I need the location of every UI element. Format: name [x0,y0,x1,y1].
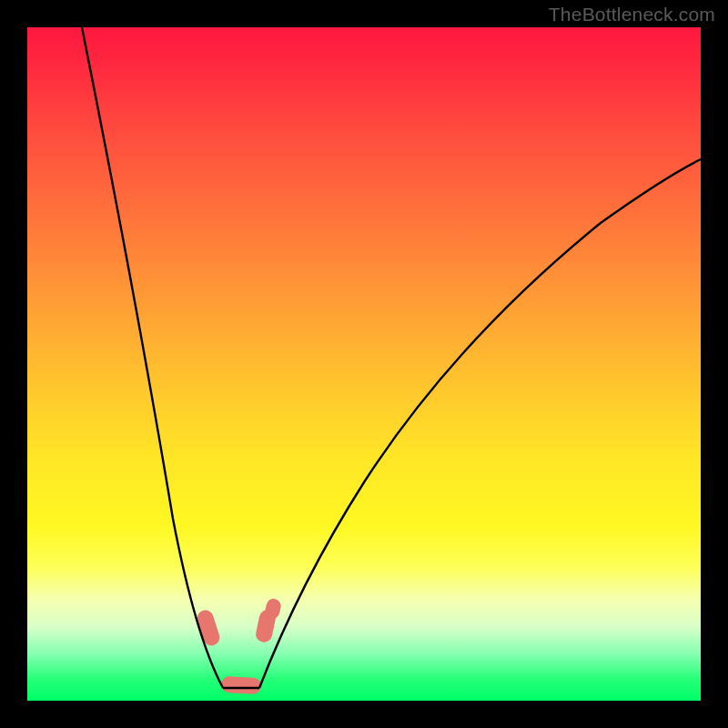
curve-right-branch [259,159,701,688]
outer-frame: TheBottleneck.com [0,0,728,728]
plot-area [27,27,701,701]
bottleneck-curve [27,27,701,701]
curve-left-branch [82,27,223,688]
watermark-text: TheBottleneck.com [549,4,715,25]
